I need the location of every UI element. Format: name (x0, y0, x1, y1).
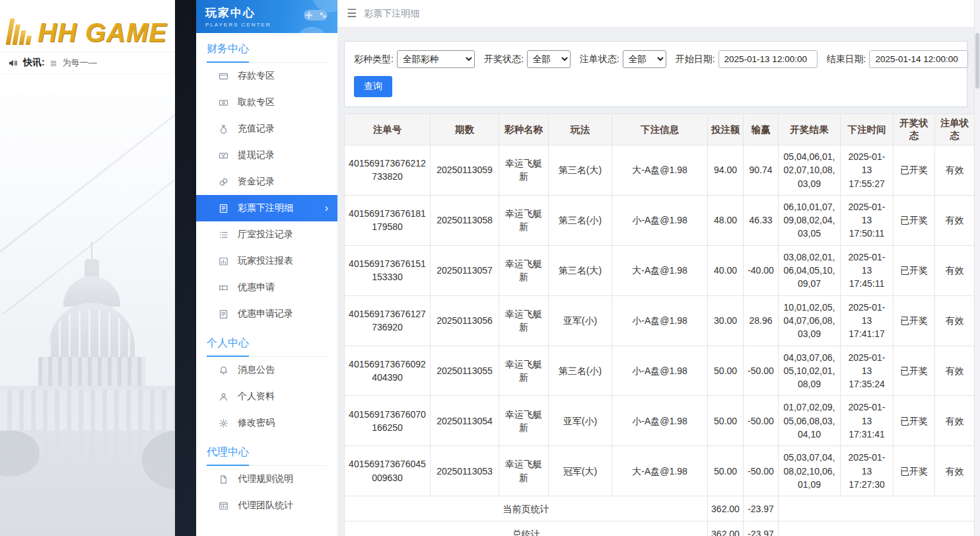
column-header: 期数 (431, 114, 499, 145)
column-header: 玩法 (549, 114, 612, 145)
sidebar-item-promo[interactable]: 优惠申请 (196, 274, 337, 301)
sidebar-item-label: 消息公告 (238, 364, 275, 376)
sidebar-item-label: 资金记录 (238, 176, 275, 188)
logo-text: HH GAME (38, 20, 167, 45)
table-cell: 小-A盘@1.98 (612, 295, 708, 346)
table-cell: 已开奖 (893, 446, 935, 496)
sidebar-item-cashout[interactable]: 提现记录 (196, 142, 337, 169)
gamepad-icon (303, 5, 328, 25)
vertical-scrollbar[interactable] (974, 0, 980, 536)
bet-status-select[interactable]: 全部 (623, 50, 666, 68)
funds-icon (218, 177, 228, 187)
table-cell: 已开奖 (893, 145, 935, 196)
report-icon (218, 256, 228, 266)
table-cell: 20250113059 (431, 145, 499, 196)
cashout-icon (218, 151, 228, 161)
table-cell: 2025-01-13 17:50:11 (841, 195, 893, 245)
table-cell: 30.00 (708, 295, 744, 346)
summary-bet-total: 362.00 (708, 521, 744, 536)
query-button[interactable]: 查询 (354, 76, 392, 97)
recharge-icon (218, 124, 228, 134)
table-cell: 401569173676070166250 (345, 396, 431, 446)
scrollbar-thumb[interactable] (975, 33, 979, 89)
end-date-label: 结束日期: (827, 54, 866, 65)
table-cell: 已开奖 (893, 245, 935, 295)
table-cell: 2025-01-13 17:45:11 (841, 245, 893, 295)
table-cell: -50.00 (744, 446, 779, 496)
start-date-input[interactable] (718, 50, 818, 68)
table-cell: 第三名(小) (549, 195, 612, 245)
sidebar-item-lottery-detail[interactable]: 彩票下注明细› (196, 195, 337, 221)
sidebar-item-label: 个人资料 (238, 391, 275, 402)
table-cell: 90.74 (744, 145, 779, 196)
bet-table-container: 注单号期数彩种名称玩法下注信息投注额输赢开奖结果下注时间开奖状态注单状态4015… (344, 114, 974, 536)
table-cell: 20250113055 (431, 346, 499, 396)
table-header-row: 注单号期数彩种名称玩法下注信息投注额输赢开奖结果下注时间开奖状态注单状态 (345, 114, 975, 145)
table-cell: -50.00 (744, 346, 779, 396)
table-cell: 40.00 (708, 245, 744, 295)
table-row: 40156917367609240439020250113055幸运飞艇新第三名… (345, 346, 975, 396)
menu-toggle-icon[interactable]: ☰ (347, 8, 357, 19)
table-cell: 幸运飞艇新 (499, 446, 549, 496)
sidebar-item-bell[interactable]: 消息公告 (196, 357, 337, 383)
table-cell: 幸运飞艇新 (499, 295, 549, 346)
page-dim-strip (175, 0, 196, 536)
table-cell: 小-A盘@1.98 (612, 396, 708, 446)
table-cell: 小-A盘@1.98 (612, 195, 708, 245)
promo-record-icon (218, 309, 228, 319)
table-cell: 幸运飞艇新 (499, 346, 549, 396)
sidebar-item-promo-record[interactable]: 优惠申请记录 (196, 301, 337, 327)
column-header: 开奖状态 (893, 114, 935, 145)
table-cell: 05,04,06,01,02,07,10,08,03,09 (779, 145, 841, 196)
speaker-icon (8, 58, 18, 68)
end-date-input[interactable] (869, 50, 968, 68)
column-header: 输赢 (744, 114, 779, 145)
lottery-type-select[interactable]: 全部彩种 (397, 50, 475, 68)
table-cell: 已开奖 (893, 396, 935, 446)
table-cell: 有效 (935, 446, 975, 496)
sidebar-item-hall-record[interactable]: 厅室投注记录 (196, 221, 337, 248)
sidebar-item-label: 取款专区 (238, 96, 275, 108)
draw-status-label: 开奖状态: (484, 54, 524, 65)
table-cell: 94.00 (708, 145, 744, 196)
draw-status-select[interactable]: 全部 (527, 50, 571, 68)
column-header: 下注信息 (612, 114, 708, 145)
table-cell: 50.00 (708, 446, 744, 496)
sidebar-item-team-stats[interactable]: 代理团队统计 (196, 492, 337, 519)
column-header: 下注时间 (841, 114, 893, 145)
sidebar-item-report[interactable]: 玩家投注报表 (196, 248, 337, 274)
table-cell: 20250113057 (431, 245, 499, 295)
sidebar-item-funds[interactable]: 资金记录 (196, 169, 337, 195)
sidebar-item-gear[interactable]: 修改密码 (196, 410, 337, 436)
logo-bars-icon (5, 19, 34, 45)
summary-label: 当前页统计 (345, 496, 708, 521)
team-stats-icon (218, 501, 228, 511)
sidebar-item-user[interactable]: 个人资料 (196, 383, 337, 410)
sidebar-nav: 财务中心存款专区取款专区充值记录提现记录资金记录彩票下注明细›厅室投注记录玩家投… (196, 42, 337, 532)
sidebar-item-withdraw[interactable]: 取款专区 (196, 89, 337, 116)
table-cell: 04,03,07,06,05,10,02,01,08,09 (779, 346, 841, 396)
table-row: 40156917367618117958020250113058幸运飞艇新第三名… (345, 195, 975, 245)
summary-label: 总统计 (345, 521, 708, 536)
sidebar-item-label: 代理规则说明 (238, 473, 293, 485)
table-cell: 已开奖 (893, 295, 935, 346)
sidebar-item-label: 优惠申请 (238, 282, 275, 293)
bell-icon (218, 365, 228, 375)
sidebar-item-doc[interactable]: 代理规则说明 (196, 466, 337, 492)
table-cell: 06,10,01,07,09,08,02,04,03,05 (779, 195, 841, 245)
table-cell: 2025-01-13 17:35:24 (841, 346, 893, 396)
summary-winloss-total: -23.97 (744, 496, 779, 521)
table-cell: 有效 (935, 145, 975, 196)
sidebar-item-label: 厅室投注记录 (238, 229, 293, 241)
table-cell: 幸运飞艇新 (499, 195, 549, 245)
sidebar-item-deposit[interactable]: 存款专区 (196, 63, 337, 89)
ticker-text: 为每一— (63, 57, 97, 69)
sidebar-section-title: 财务中心 (207, 42, 327, 63)
column-header: 注单状态 (935, 114, 975, 145)
column-header: 彩种名称 (499, 114, 549, 145)
sidebar-item-recharge[interactable]: 充值记录 (196, 116, 337, 142)
table-cell: 401569173676127736920 (345, 295, 431, 346)
summary-bet-total: 362.00 (708, 496, 744, 521)
table-cell: 28.96 (744, 295, 779, 346)
table-cell: 大-A盘@1.98 (612, 145, 708, 196)
